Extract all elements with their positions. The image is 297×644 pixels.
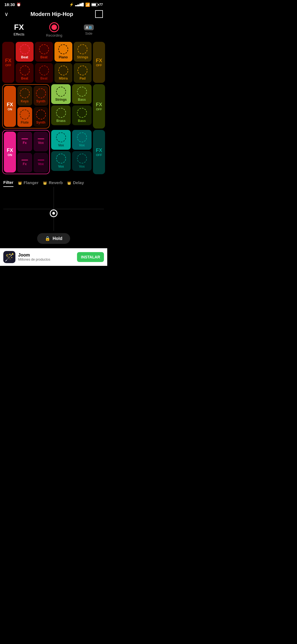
hold-button[interactable]: 🔒 Hold — [37, 233, 70, 244]
pad-brass[interactable]: Brass — [51, 105, 71, 125]
pad-beat-3[interactable]: Beat — [16, 63, 34, 83]
pad-label: Vox — [79, 143, 85, 147]
fx-status-row1-right: OFF — [96, 64, 102, 67]
effects-label: Effects — [13, 32, 24, 36]
pad-label: Beat — [40, 55, 48, 59]
pad-circle — [77, 87, 87, 97]
ad-logo: 🪄 — [3, 251, 15, 263]
pad-circle — [78, 44, 87, 54]
pad-circle — [56, 154, 66, 163]
pad-vox-teal-1[interactable]: Vox — [51, 130, 71, 150]
xy-control-dot[interactable] — [50, 209, 57, 217]
pad-beat-2[interactable]: Beat — [35, 42, 53, 62]
nav-tabs: FX Effects Recording AB Side — [0, 21, 107, 41]
pad-label: Piano — [59, 55, 68, 59]
pad-row-1: FX OFF Beat Beat Beat — [2, 42, 105, 83]
pad-circle — [20, 110, 30, 119]
filter-tab-reverb[interactable]: 👑 Reverb — [43, 180, 63, 187]
pad-vox-teal-3[interactable]: Vox — [51, 151, 71, 171]
pad-strings-1[interactable]: Strings — [74, 42, 92, 62]
chevron-down-icon[interactable]: ∨ — [4, 11, 9, 17]
pad-label: Synth — [36, 99, 45, 103]
header: ∨ Modern Hip-Hop — [0, 8, 107, 21]
recording-dot — [49, 22, 59, 32]
pad-bass-2[interactable]: Bass — [72, 105, 92, 125]
pad-circle — [39, 66, 49, 75]
pad-vox-1[interactable]: Vox — [34, 132, 48, 151]
recording-inner — [51, 24, 57, 30]
fx-side-row2[interactable]: FX ON — [4, 86, 16, 127]
pad-synth-1[interactable]: Synth — [34, 86, 48, 106]
pad-mbira[interactable]: Mbira — [54, 63, 72, 83]
pad-label: Brass — [56, 119, 65, 123]
pad-label: Beat — [21, 77, 28, 80]
pad-row-3: FX ON Fx Vox Fx — [2, 130, 105, 174]
pad-pad[interactable]: Pad — [74, 63, 92, 83]
filter-tab-flanger[interactable]: 👑 Flanger — [18, 180, 38, 187]
pad-label: Flute — [21, 121, 29, 124]
pad-circle — [56, 87, 66, 97]
pad-row-2: FX ON Keys Synth Flut — [2, 84, 105, 129]
ad-title: Joom — [18, 253, 74, 258]
flanger-label: Flanger — [24, 180, 38, 185]
pad-label: Vox — [38, 141, 44, 145]
tab-recording[interactable]: Recording — [46, 22, 62, 37]
xy-pad-area[interactable] — [0, 187, 107, 231]
fx-status-row1: OFF — [5, 64, 11, 67]
pad-flute[interactable]: Flute — [17, 107, 32, 127]
alarm-icon: ⏰ — [16, 2, 21, 7]
fx-status-row3: ON — [8, 153, 12, 157]
fx-text-row2-right: FX — [96, 102, 102, 107]
delay-icon: 👑 — [67, 181, 71, 185]
battery-percent: 77 — [99, 3, 103, 7]
pad-vox-teal-4[interactable]: Vox — [72, 151, 92, 171]
fx-status-row2: ON — [8, 108, 12, 111]
pad-bass-1[interactable]: Bass — [72, 84, 92, 104]
pad-piano[interactable]: Piano — [54, 42, 72, 62]
pad-label: Vox — [79, 165, 85, 168]
hold-button-container: 🔒 Hold — [0, 231, 107, 248]
pad-label: Beat — [40, 77, 48, 80]
pad-synth-2[interactable]: Synth — [34, 107, 48, 127]
pad-label: Vox — [58, 143, 64, 147]
pad-circle — [36, 110, 46, 119]
pad-beat-4[interactable]: Beat — [35, 63, 53, 83]
xy-vertical-line — [54, 187, 54, 231]
pad-circle — [20, 66, 30, 75]
pad-label: Bass — [78, 98, 86, 102]
pad-strings-green[interactable]: Strings — [51, 84, 71, 104]
stop-button[interactable] — [95, 10, 103, 18]
tab-side[interactable]: AB Side — [84, 24, 94, 36]
fx-text-row3: FX — [7, 148, 13, 153]
battery-indicator — [91, 3, 98, 6]
pad-fx-1[interactable]: Fx — [17, 132, 32, 151]
pad-fx-2[interactable]: Fx — [17, 153, 32, 173]
filter-bar: Filter 👑 Flanger 👑 Reverb 👑 Delay — [0, 177, 107, 187]
ad-install-button[interactable]: INSTALAR — [77, 252, 104, 262]
bluetooth-icon: ⚡ — [69, 2, 74, 7]
fx-side-row1[interactable]: FX OFF — [2, 42, 14, 83]
tab-effects[interactable]: FX Effects — [13, 23, 24, 36]
fx-side-row3-right[interactable]: FX OFF — [93, 130, 105, 174]
pad-label: Beat — [21, 55, 28, 59]
filter-tab-filter[interactable]: Filter — [3, 180, 13, 187]
pad-circle — [56, 108, 66, 118]
fx-side-row3[interactable]: FX ON — [4, 132, 16, 173]
fx-text-row2: FX — [7, 102, 13, 107]
filter-tab-delay[interactable]: 👑 Delay — [67, 180, 84, 187]
pad-circle — [36, 88, 46, 98]
pad-vox-2[interactable]: Vox — [34, 153, 48, 173]
signal-icon: ▂▄▆█ — [75, 3, 84, 6]
pad-label: Bass — [78, 119, 86, 123]
fx-side-row1-right[interactable]: FX OFF — [93, 42, 105, 83]
ad-banner: 🪄 Joom Millones de productos INSTALAR — [0, 248, 107, 266]
pad-keys[interactable]: Keys — [17, 86, 32, 106]
pad-vox-teal-2[interactable]: Vox — [72, 130, 92, 150]
pad-label: Fx — [23, 141, 27, 145]
pad-beat-1[interactable]: Beat — [16, 42, 34, 62]
status-bar: 18:30 ⏰ ⚡ ▂▄▆█ 📶 77 — [0, 0, 107, 8]
pad-label: Synth — [36, 121, 45, 124]
ad-subtitle: Millones de productos — [18, 258, 74, 261]
wifi-icon: 📶 — [85, 2, 90, 7]
fx-side-row2-right[interactable]: FX OFF — [93, 84, 105, 129]
